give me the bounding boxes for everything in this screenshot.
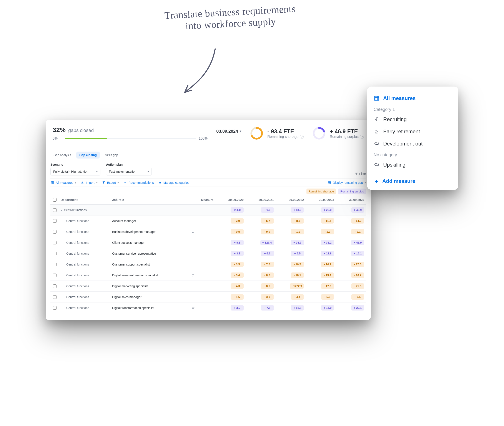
svg-rect-4 — [356, 174, 357, 175]
value-pill: - 11.4 — [321, 218, 334, 224]
svg-point-9 — [377, 117, 378, 118]
popover-item[interactable]: Early retirement — [372, 126, 453, 138]
cell-role: Customer service representative — [110, 248, 190, 259]
value-pill: - 0.9 — [261, 229, 274, 234]
import-label: Import — [86, 181, 95, 185]
manage-categories-button[interactable]: Manage categories — [158, 181, 189, 185]
popover-item[interactable]: Upskilling — [372, 159, 453, 171]
popover-all-label: All measures — [383, 95, 416, 101]
row-checkbox[interactable] — [53, 252, 56, 255]
col-2020: 30.09.2020 — [215, 195, 245, 205]
chevron-down-icon: ▾ — [96, 170, 98, 173]
tab-gap-closing[interactable]: Gap closing — [76, 152, 100, 158]
cell-role: Account manager — [110, 215, 190, 226]
chevron-down-icon[interactable]: ▾ — [61, 209, 62, 212]
add-measure-button[interactable]: ＋ Add measure — [372, 175, 453, 186]
cloud-icon — [374, 163, 380, 167]
swap-icon[interactable] — [191, 306, 213, 310]
info-icon[interactable]: ? — [360, 135, 364, 139]
cell-department: Central functions — [59, 248, 110, 259]
value-pill: + 6.3 — [261, 251, 274, 256]
row-checkbox[interactable] — [53, 230, 56, 234]
scenario-value: Fully digital - High attrition — [53, 170, 88, 173]
cell-department: Central functions — [59, 237, 110, 248]
popover-all-measures[interactable]: All measures — [372, 92, 453, 104]
date-picker[interactable]: 03.09.2024 ▾ — [216, 129, 241, 134]
value-pill: - 3.5 — [231, 262, 244, 267]
action-plan-select[interactable]: Fast implementation▾ — [106, 168, 152, 176]
action-plan-label: Action plan — [106, 163, 152, 166]
popover-item[interactable]: Development out — [372, 138, 453, 150]
table-row[interactable]: Central functions Business development m… — [50, 226, 366, 237]
value-pill: + 20.1 — [351, 305, 364, 311]
filter-label: Filter — [359, 172, 366, 176]
value-pill: - 21.6 — [351, 283, 364, 289]
svg-rect-5 — [51, 181, 53, 184]
cell-department: Central functions — [59, 292, 110, 303]
table-row[interactable]: Central functions Customer service repre… — [50, 248, 366, 259]
table-row[interactable]: Central functions Digital marketing spec… — [50, 281, 366, 292]
popover-item-label: Recruiting — [383, 116, 407, 122]
scenario-select[interactable]: Fully digital - High attrition▾ — [50, 168, 100, 176]
display-remaining-gap-button[interactable]: Display remaining gap▾ — [328, 181, 366, 185]
cell-department: Central functions — [59, 281, 110, 292]
app-header: 32% gaps closed 0% 100% 03.09.2024 ▾ - — [46, 120, 371, 146]
value-pill: + 33.2 — [321, 240, 334, 245]
row-checkbox[interactable] — [53, 284, 56, 288]
legend-surplus: Remaining surplus — [338, 189, 366, 194]
table-row[interactable]: Central functions Customer support speci… — [50, 259, 366, 270]
annotation-arrow-icon — [178, 47, 224, 97]
cell-department: Central functions — [59, 259, 110, 270]
value-pill: - 17.6 — [351, 262, 364, 267]
row-checkbox[interactable] — [53, 263, 56, 266]
value-pill: + 9.0 — [261, 207, 274, 213]
value-pill: - 14.1 — [321, 262, 334, 267]
table-row[interactable]: Central functions Digital transformation… — [50, 303, 366, 313]
col-2022: 30.09.2022 — [276, 195, 306, 205]
popover-item[interactable]: Recruiting — [372, 113, 453, 126]
cell-role: Digital sales manager — [110, 292, 190, 303]
value-pill: - 1.3 — [291, 229, 304, 234]
shortage-value: - 93.4 FTE — [267, 128, 304, 135]
chevron-down-icon: ▾ — [96, 181, 98, 184]
row-checkbox[interactable] — [53, 241, 56, 244]
value-pill: - 16.7 — [351, 272, 364, 278]
export-button[interactable]: Export▾ — [102, 181, 119, 185]
table-row[interactable]: Central functions Account manager - 2.9-… — [50, 215, 366, 226]
all-measures-button[interactable]: All measures▾ — [50, 181, 76, 185]
row-checkbox[interactable] — [53, 306, 56, 310]
table-row[interactable]: Central functions Client success manager… — [50, 237, 366, 248]
row-checkbox[interactable] — [53, 219, 56, 223]
popover-item-label: Upskilling — [383, 162, 406, 168]
info-icon[interactable]: ? — [300, 135, 304, 139]
tab-gap-analysis[interactable]: Gap analysis — [50, 152, 74, 158]
cell-role: Client success manager — [110, 237, 190, 248]
value-pill: + 40.9 — [351, 207, 364, 213]
recommendations-button[interactable]: Recommendations — [123, 181, 154, 185]
filter-button[interactable]: Filter — [355, 172, 366, 176]
export-label: Export — [107, 181, 116, 185]
value-pill: + 8.1 — [231, 240, 244, 245]
swap-icon[interactable] — [191, 274, 213, 277]
filter-icon — [355, 172, 358, 175]
tab-skills-gap[interactable]: Skills gap — [102, 152, 121, 158]
shortage-caption: Remaining shortage — [267, 135, 298, 139]
table-group-row[interactable]: ▾Central functions +11.0+ 9.0+ 13.0+ 26.… — [50, 205, 366, 215]
swap-icon[interactable] — [191, 230, 213, 234]
value-pill: + 3.1 — [231, 251, 244, 256]
chevron-down-icon: ▾ — [147, 170, 149, 173]
table-row[interactable]: Central functions Digital sales manager … — [50, 292, 366, 303]
row-checkbox[interactable] — [53, 208, 56, 212]
gear-icon — [158, 181, 162, 185]
plus-icon: ＋ — [374, 178, 379, 184]
col-2021: 30.09.2021 — [245, 195, 276, 205]
cell-department: Central functions — [59, 270, 110, 281]
row-checkbox[interactable] — [53, 274, 56, 277]
select-all-checkbox[interactable] — [53, 198, 56, 202]
metric-surplus: + 46.9 FTE Remaining surplus? — [312, 127, 364, 140]
table-row[interactable]: Central functions Digital sales automati… — [50, 270, 366, 281]
import-button[interactable]: Import▾ — [81, 181, 98, 185]
cell-role: Digital marketing specialist — [110, 281, 190, 292]
row-checkbox[interactable] — [53, 295, 56, 299]
value-pill: - 1.5 — [231, 294, 244, 300]
